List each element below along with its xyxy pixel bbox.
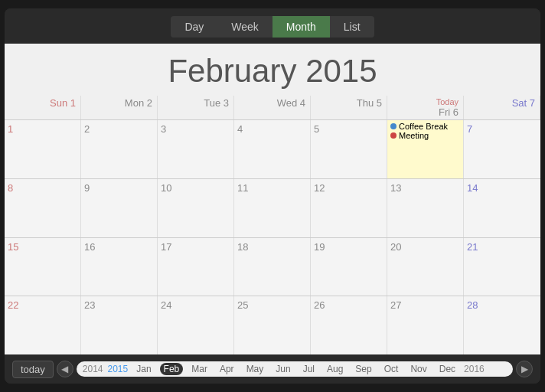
week-row-3: 15 16 17 18 19 20 21 (5, 238, 540, 297)
event-dot-red (390, 132, 397, 139)
day-9[interactable]: 9 (81, 179, 158, 237)
day-24[interactable]: 24 (158, 296, 234, 354)
day-12[interactable]: 12 (311, 179, 387, 237)
prev-arrow[interactable]: ◀ (57, 361, 73, 377)
nav-btn-week[interactable]: Week (217, 16, 272, 38)
day-11[interactable]: 11 (234, 179, 311, 237)
month-may[interactable]: May (243, 363, 268, 375)
today-button[interactable]: today (12, 361, 54, 378)
calendar-area: February 2015 Sun 1 Mon 2 Tue 3 Wed 4 Th… (5, 44, 540, 354)
nav-btn-month[interactable]: Month (272, 16, 330, 38)
header-thu: Thu 5 (311, 96, 387, 119)
day-15[interactable]: 15 (5, 238, 81, 296)
bottom-bar: today ◀ 2014 2015 Jan Feb Mar Apr May Ju… (5, 354, 540, 384)
weeks-container: 1 2 3 4 5 Coffee Break Meeting (5, 120, 540, 354)
timeline-strip: 2014 2015 Jan Feb Mar Apr May Jun Jul Au… (77, 361, 513, 377)
day-10[interactable]: 10 (158, 179, 234, 237)
calendar-grid: Sun 1 Mon 2 Tue 3 Wed 4 Thu 5 Today Fri … (5, 96, 540, 354)
day-2[interactable]: 2 (81, 120, 158, 178)
month-feb[interactable]: Feb (160, 363, 184, 375)
day-7[interactable]: 7 (464, 120, 540, 178)
today-fri-label: Fri 6 (439, 106, 459, 118)
day-16[interactable]: 16 (81, 238, 158, 296)
year-2014[interactable]: 2014 (83, 364, 103, 374)
day-4[interactable]: 4 (234, 120, 311, 178)
event-coffee: Coffee Break (390, 122, 460, 131)
day-today[interactable]: Coffee Break Meeting (387, 120, 464, 178)
header-wed: Wed 4 (234, 96, 311, 119)
day-14[interactable]: 14 (464, 179, 540, 237)
day-22[interactable]: 22 (5, 296, 81, 354)
event-dot-blue (390, 123, 397, 129)
event-coffee-label: Coffee Break (399, 122, 448, 131)
today-label: Today (436, 97, 459, 106)
day-28[interactable]: 28 (464, 296, 540, 354)
week-row-2: 8 9 10 11 12 13 14 (5, 179, 540, 238)
header-sun: Sun 1 (5, 96, 81, 119)
month-jan[interactable]: Jan (132, 363, 155, 375)
event-meeting: Meeting (390, 131, 460, 140)
day-1[interactable]: 1 (5, 120, 81, 178)
month-mar[interactable]: Mar (188, 363, 211, 375)
month-jul[interactable]: Jul (299, 363, 318, 375)
nav-btn-day[interactable]: Day (171, 16, 217, 38)
month-dec[interactable]: Dec (436, 363, 459, 375)
day-5[interactable]: 5 (311, 120, 387, 178)
month-apr[interactable]: Apr (216, 363, 238, 375)
day-17[interactable]: 17 (158, 238, 234, 296)
day-18[interactable]: 18 (234, 238, 311, 296)
month-oct[interactable]: Oct (380, 363, 403, 375)
day-26[interactable]: 26 (311, 296, 387, 354)
week-row-4: 22 23 24 25 26 27 28 (5, 296, 540, 354)
header-mon: Mon 2 (81, 96, 158, 119)
day-3[interactable]: 3 (158, 120, 234, 178)
event-meeting-label: Meeting (399, 131, 429, 140)
day-20[interactable]: 20 (387, 238, 464, 296)
day-13[interactable]: 13 (387, 179, 464, 237)
app-container: DayWeekMonthList February 2015 Sun 1 Mon… (5, 8, 540, 384)
year-2016[interactable]: 2016 (464, 364, 485, 374)
day-27[interactable]: 27 (387, 296, 464, 354)
next-arrow[interactable]: ▶ (516, 361, 533, 377)
month-sep[interactable]: Sep (351, 363, 375, 375)
day-25[interactable]: 25 (234, 296, 311, 354)
nav-btn-list[interactable]: List (330, 16, 374, 38)
week-row-1: 1 2 3 4 5 Coffee Break Meeting (5, 120, 540, 179)
month-jun[interactable]: Jun (272, 363, 294, 375)
header-sat: Sat 7 (464, 96, 540, 119)
day-headers: Sun 1 Mon 2 Tue 3 Wed 4 Thu 5 Today Fri … (5, 96, 540, 120)
nav-bar: DayWeekMonthList (5, 8, 540, 44)
month-title: February 2015 (5, 44, 540, 96)
year-2015[interactable]: 2015 (108, 364, 129, 374)
month-nov[interactable]: Nov (406, 363, 430, 375)
header-tue: Tue 3 (158, 96, 234, 119)
day-21[interactable]: 21 (464, 238, 540, 296)
day-19[interactable]: 19 (311, 238, 387, 296)
day-23[interactable]: 23 (81, 296, 158, 354)
header-today: Today Fri 6 (387, 96, 464, 119)
month-aug[interactable]: Aug (323, 363, 347, 375)
day-8[interactable]: 8 (5, 179, 81, 237)
